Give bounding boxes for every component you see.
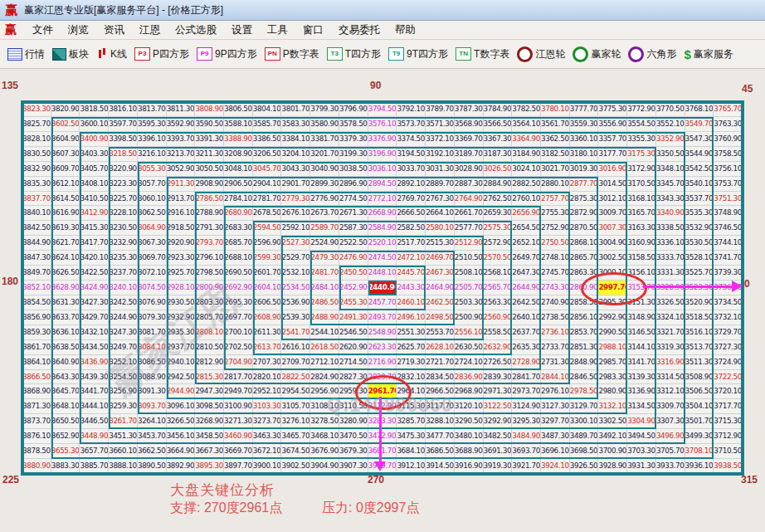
grid-cell[interactable]: 2841.70	[512, 370, 541, 385]
grid-cell[interactable]: 2599.30	[253, 251, 282, 266]
grid-cell[interactable]: 3336.10	[656, 236, 685, 251]
grid-cell[interactable]: 3216.10	[138, 147, 167, 162]
grid-cell[interactable]: 2961.70	[368, 384, 397, 399]
grid-cell[interactable]: 3640.90	[51, 355, 80, 370]
grid-cell[interactable]: 2728.90	[512, 355, 541, 370]
grid-cell[interactable]: 3168.10	[627, 192, 656, 207]
grid-cell[interactable]: 2642.50	[512, 295, 541, 310]
grid-cell[interactable]: 3081.70	[138, 325, 167, 340]
grid-cell[interactable]: 3763.30	[714, 117, 743, 132]
grid-cell[interactable]: 2985.70	[598, 355, 627, 370]
grid-cell[interactable]: 2680.90	[224, 206, 253, 221]
grid-cell[interactable]: 2652.10	[512, 236, 541, 251]
grid-cell[interactable]: 3825.70	[22, 117, 51, 132]
grid-cell[interactable]: 3115.30	[397, 399, 426, 414]
grid-cell[interactable]: 3412.90	[80, 206, 109, 221]
grid-cell[interactable]: 2488.90	[310, 310, 339, 325]
grid-cell[interactable]: 3384.10	[281, 132, 310, 147]
grid-cell[interactable]: 2781.70	[253, 192, 282, 207]
toolbar-p-number-table[interactable]: PNP数字表	[265, 47, 319, 61]
grid-cell[interactable]: 3180.10	[570, 147, 599, 162]
grid-cell[interactable]: 2467.30	[426, 266, 455, 281]
grid-cell[interactable]: 3609.70	[51, 162, 80, 177]
grid-cell[interactable]: 3021.70	[541, 162, 570, 177]
grid-cell[interactable]: 2582.50	[397, 221, 426, 236]
grid-cell[interactable]: 2568.10	[484, 266, 513, 281]
grid-cell[interactable]: 2755.30	[541, 206, 570, 221]
grid-cell[interactable]: 3177.70	[598, 147, 627, 162]
grid-cell[interactable]: 2899.30	[310, 177, 339, 192]
grid-cell[interactable]: 3244.90	[109, 310, 138, 325]
grid-cell[interactable]: 2916.10	[167, 206, 196, 221]
grid-cell[interactable]: 2719.30	[397, 355, 426, 370]
grid-cell[interactable]: 2944.90	[167, 384, 196, 399]
grid-cell[interactable]: 2546.50	[339, 325, 368, 340]
grid-cell[interactable]: 2656.90	[512, 206, 541, 221]
grid-cell[interactable]: 2596.90	[253, 236, 282, 251]
grid-cell[interactable]: 3052.90	[167, 162, 196, 177]
grid-cell[interactable]: 3871.30	[22, 399, 51, 414]
grid-cell[interactable]: 3540.10	[685, 177, 714, 192]
grid-cell[interactable]: 3919.30	[484, 459, 513, 474]
grid-cell[interactable]: 3727.30	[714, 340, 743, 355]
grid-cell[interactable]: 3218.50	[109, 147, 138, 162]
grid-cell[interactable]: 3235.30	[109, 251, 138, 266]
grid-cell[interactable]: 2637.70	[512, 325, 541, 340]
grid-cell[interactable]: 3285.70	[397, 414, 426, 429]
grid-cell[interactable]: 3931.30	[627, 459, 656, 474]
grid-cell[interactable]: 2464.90	[426, 281, 455, 295]
grid-cell[interactable]: 2896.90	[339, 177, 368, 192]
grid-cell[interactable]: 3088.90	[138, 370, 167, 385]
grid-cell[interactable]: 3345.70	[656, 177, 685, 192]
grid-cell[interactable]: 2644.90	[512, 281, 541, 295]
grid-cell[interactable]: 3698.50	[570, 444, 599, 459]
grid-cell[interactable]: 2505.70	[455, 281, 484, 295]
grid-cell[interactable]: 2623.30	[368, 340, 397, 355]
grid-cell[interactable]: 3568.90	[455, 117, 484, 132]
grid-cell[interactable]: 2930.50	[167, 295, 196, 310]
grid-cell[interactable]: 3499.30	[685, 429, 714, 444]
grid-cell[interactable]: 3501.70	[685, 414, 714, 429]
grid-cell[interactable]: 3784.90	[484, 102, 513, 117]
grid-cell[interactable]: 2611.30	[253, 325, 282, 340]
grid-cell[interactable]: 2733.70	[541, 340, 570, 355]
toolbar-winner-wheel[interactable]: 赢家轮	[573, 46, 621, 62]
grid-cell[interactable]: 2815.30	[195, 370, 224, 385]
grid-cell[interactable]: 3098.50	[195, 399, 224, 414]
grid-cell[interactable]: 3883.30	[51, 459, 80, 474]
grid-cell[interactable]: 2894.50	[368, 177, 397, 192]
toolbar-blocks[interactable]: 板块	[52, 47, 89, 61]
grid-cell[interactable]: 3326.50	[656, 295, 685, 310]
grid-cell[interactable]: 3127.30	[541, 399, 570, 414]
grid-cell[interactable]: 3108.10	[310, 399, 339, 414]
grid-cell[interactable]: 2805.70	[195, 310, 224, 325]
grid-cell[interactable]: 2884.90	[484, 177, 513, 192]
grid-cell[interactable]: 3813.70	[138, 102, 167, 117]
grid-cell[interactable]: 3376.90	[368, 132, 397, 147]
grid-cell[interactable]: 3770.50	[656, 102, 685, 117]
grid-cell[interactable]: 3400.90	[80, 132, 109, 147]
grid-cell[interactable]: 3792.10	[397, 102, 426, 117]
menu-news[interactable]: 资讯	[96, 22, 132, 39]
menu-formula-stockpick[interactable]: 公式选股	[168, 22, 224, 39]
grid-cell[interactable]: 3016.90	[598, 162, 627, 177]
grid-cell[interactable]: 3160.90	[627, 236, 656, 251]
menu-file[interactable]: 文件	[25, 22, 61, 39]
grid-cell[interactable]: 2654.50	[512, 221, 541, 236]
grid-cell[interactable]: 3852.10	[22, 281, 51, 295]
grid-cell[interactable]: 3278.50	[310, 414, 339, 429]
grid-cell[interactable]: 3249.70	[109, 340, 138, 355]
grid-cell[interactable]: 2956.90	[310, 384, 339, 399]
toolbar-quotes[interactable]: 行情	[7, 47, 45, 61]
grid-cell[interactable]: 2690.50	[224, 266, 253, 281]
grid-cell[interactable]: 2553.70	[426, 325, 455, 340]
grid-cell[interactable]: 2512.90	[455, 236, 484, 251]
grid-cell[interactable]: 3036.10	[368, 162, 397, 177]
grid-cell[interactable]: 2860.90	[570, 281, 599, 295]
grid-cell[interactable]: 2572.90	[484, 236, 513, 251]
grid-cell[interactable]: 3444.10	[80, 399, 109, 414]
grid-cell[interactable]: 3141.70	[627, 355, 656, 370]
grid-cell[interactable]: 3264.10	[138, 414, 167, 429]
grid-cell[interactable]: 2824.90	[310, 370, 339, 385]
grid-cell[interactable]: 3076.90	[138, 295, 167, 310]
